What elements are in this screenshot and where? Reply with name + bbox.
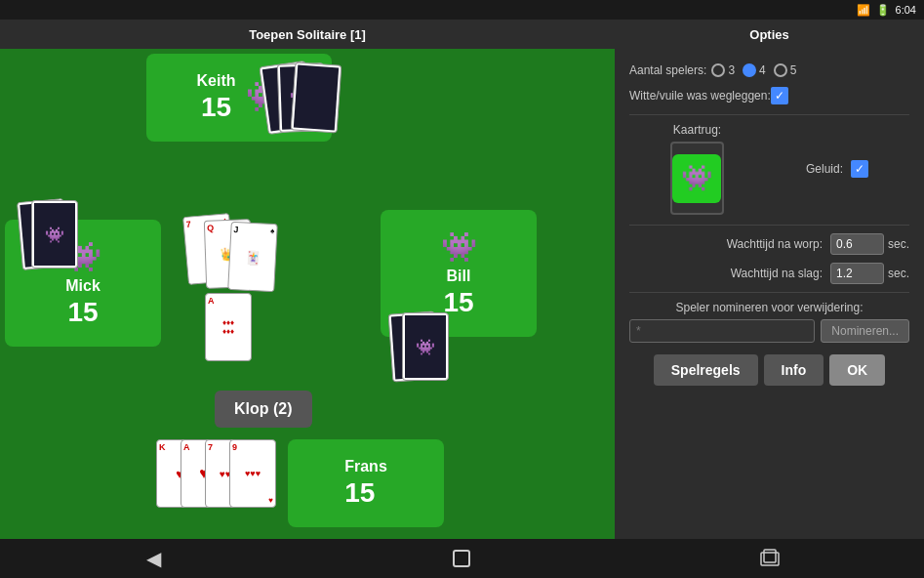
home-button[interactable] xyxy=(437,544,486,573)
keith-score: 15 xyxy=(201,92,231,123)
keith-cards: 👾 xyxy=(263,63,371,142)
wachttijd-slag-unit: sec. xyxy=(888,267,909,280)
wachttijd-worp-unit: sec. xyxy=(888,237,909,251)
svg-rect-2 xyxy=(454,551,469,566)
kaartrug-preview[interactable]: 👾 xyxy=(670,142,724,215)
radio-4[interactable]: 4 xyxy=(743,63,766,77)
radio-5-label: 5 xyxy=(790,63,797,77)
back-button[interactable]: ◀ xyxy=(130,544,179,573)
spelregels-button[interactable]: Spelregels xyxy=(654,354,758,386)
title-bar: Toepen Solitaire [1] Opties xyxy=(0,20,924,49)
witte-vuile-checkbox[interactable]: ✓ xyxy=(771,87,788,104)
battery-icon: 🔋 xyxy=(876,4,890,17)
divider-2 xyxy=(629,225,909,226)
game-title: Toepen Solitaire [1] xyxy=(249,27,366,42)
status-bar: 📶 🔋 6:04 xyxy=(0,0,924,20)
radio-4-circle[interactable] xyxy=(743,63,756,77)
nominate-label: Speler nomineren voor verwijdering: xyxy=(629,301,909,314)
frans-name: Frans xyxy=(344,458,387,475)
divider-1 xyxy=(629,114,909,115)
wachttijd-worp-label: Wachttijd na worp: xyxy=(629,237,830,251)
radio-3-label: 3 xyxy=(728,63,735,77)
wachttijd-slag-row: Wachttijd na slag: sec. xyxy=(629,263,909,284)
nominate-controls: Nomineren... xyxy=(629,319,909,343)
radio-3-circle[interactable] xyxy=(711,63,725,77)
options-title: Opties xyxy=(749,27,788,42)
player-frans: Frans 15 xyxy=(288,439,444,527)
action-buttons: Spelregels Info OK xyxy=(629,354,909,386)
ok-button[interactable]: OK xyxy=(829,354,885,386)
keith-name: Keith xyxy=(197,72,236,90)
witte-vuile-row: Witte/vuile was wegleggen: ✓ xyxy=(629,87,909,104)
wachttijd-worp-row: Wachttijd na worp: sec. xyxy=(629,233,909,255)
geluid-group: Geluid: ✓ xyxy=(806,160,868,178)
mick-score: 15 xyxy=(67,297,98,328)
aantal-spelers-row: Aantal spelers: 3 4 5 xyxy=(629,63,909,77)
center-played-cards: 7 ♦ ♦ Q ♥ 👑 J ♠ 🃏 A ♦♦♦♦♦♦ xyxy=(185,215,361,371)
geluid-label: Geluid: xyxy=(806,162,843,176)
klop-button[interactable]: Klop (2) xyxy=(215,391,312,428)
options-panel: Aantal spelers: 3 4 5 Witte/vuile was we… xyxy=(615,49,924,539)
mick-name: Mick xyxy=(65,277,100,295)
wachttijd-slag-input[interactable] xyxy=(830,263,884,284)
nominate-row: Speler nomineren voor verwijdering: Nomi… xyxy=(629,301,909,343)
kaartrug-geluid-section: Kaartrug: 👾 Geluid: ✓ xyxy=(629,123,909,215)
mick-cards: 👾 xyxy=(20,200,117,278)
kaartrug-group: Kaartrug: 👾 xyxy=(670,123,724,215)
radio-group-spelers: 3 4 5 xyxy=(711,63,796,77)
radio-4-label: 4 xyxy=(759,63,766,77)
nominate-input[interactable] xyxy=(629,319,815,343)
frans-score: 15 xyxy=(344,477,387,509)
wachttijd-slag-label: Wachttijd na slag: xyxy=(629,267,830,280)
radio-5[interactable]: 5 xyxy=(774,63,797,77)
signal-icon: 📶 xyxy=(857,4,870,17)
radio-3[interactable]: 3 xyxy=(711,63,735,77)
game-area: Keith 15 👾 👾 👾 Mick 15 👾 � xyxy=(0,49,615,539)
time-display: 6:04 xyxy=(896,4,916,16)
recent-button[interactable] xyxy=(745,544,794,573)
bottom-nav-bar: ◀ xyxy=(0,539,924,578)
bill-monster: 👾 xyxy=(441,229,477,264)
svg-rect-4 xyxy=(764,550,776,562)
bill-cards: 👾 xyxy=(390,312,488,391)
wachttijd-worp-input[interactable] xyxy=(830,233,884,255)
radio-5-circle[interactable] xyxy=(774,63,787,77)
kaartrug-monster: 👾 xyxy=(672,154,721,203)
frans-hand-cards: K ♥ ♥ A ♥ ♥ 7 ♥ ♥♥♥ 9 ♥ ♥♥♥ xyxy=(156,439,288,527)
divider-3 xyxy=(629,292,909,293)
nominate-button[interactable]: Nomineren... xyxy=(821,319,909,343)
aantal-spelers-label: Aantal spelers: xyxy=(629,63,706,77)
witte-vuile-label: Witte/vuile was wegleggen: xyxy=(629,89,771,103)
geluid-checkbox[interactable]: ✓ xyxy=(851,160,868,178)
bill-name: Bill xyxy=(447,268,471,285)
kaartrug-label: Kaartrug: xyxy=(670,123,724,137)
info-button[interactable]: Info xyxy=(764,354,824,386)
